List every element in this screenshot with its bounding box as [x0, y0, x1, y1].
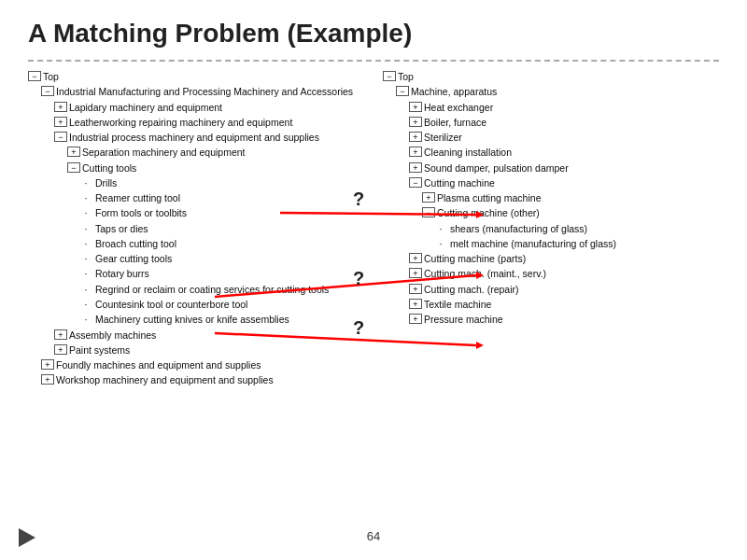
plus-icon: +	[41, 359, 54, 370]
list-item: + Lapidary machinery and equipment	[28, 100, 364, 115]
dash-icon: ·	[80, 190, 92, 205]
list-item: · Form tools or toolbits	[28, 205, 364, 220]
list-item: · Gear cutting tools	[28, 251, 364, 266]
dash-icon: ·	[80, 175, 92, 190]
list-item: + Pressure machine	[383, 312, 719, 327]
dash-icon: ·	[80, 297, 92, 312]
left-root: − Top	[28, 69, 364, 84]
list-item: + Paint systems	[28, 343, 364, 357]
list-item: + Sterilizer	[383, 130, 719, 145]
plus-icon: +	[54, 102, 67, 112]
minus-icon: −	[383, 71, 396, 81]
list-item: + Heat exchanger	[383, 100, 719, 115]
list-item: + Sound damper, pulsation damper	[383, 161, 719, 175]
list-item: · shears (manufacturing of glass)	[383, 221, 719, 236]
reamer-cutting-tool-item: · Reamer cutting tool	[28, 190, 364, 205]
dash-icon: ·	[80, 236, 92, 251]
plus-icon: +	[409, 102, 422, 112]
plus-icon: +	[54, 329, 67, 340]
list-item: − Cutting machine (other)	[383, 205, 719, 220]
list-item: · Drills	[28, 175, 364, 190]
dash-icon: ·	[80, 312, 92, 327]
list-item: · Regrind or reclaim or coating services…	[28, 282, 364, 297]
minus-icon: −	[41, 86, 54, 96]
list-item: · Taps or dies	[28, 221, 364, 236]
list-item: − Cutting machine	[383, 175, 719, 190]
list-item: · Rotary burrs	[28, 266, 364, 281]
list-item: + Cutting machine (parts)	[383, 251, 719, 266]
plus-icon: +	[67, 147, 80, 157]
list-item: + Plasma cutting machine	[383, 190, 719, 205]
dash-icon: ·	[435, 221, 446, 236]
plus-icon: +	[409, 162, 422, 173]
list-item: + Boiler, furnace	[383, 115, 719, 130]
right-root: − Top	[383, 69, 719, 84]
list-item: · melt machine (manufacturing of glass)	[383, 236, 719, 251]
play-button[interactable]	[19, 528, 35, 547]
cleaning-installation-item: + Cleaning installation	[383, 145, 719, 160]
textile-machine-item: + Textile machine	[383, 297, 719, 312]
plus-icon: +	[409, 268, 422, 278]
left-tree: − Top − Industrial Manufacturing and Pro…	[28, 69, 364, 388]
plus-icon: +	[409, 299, 422, 309]
minus-icon: −	[409, 177, 422, 188]
list-item: − Machine, apparatus	[383, 84, 719, 99]
dash-icon: ·	[80, 266, 92, 281]
plus-icon: +	[409, 147, 422, 157]
list-item: + Assembly machines	[28, 328, 364, 343]
plus-icon: +	[54, 117, 67, 127]
dash-icon: ·	[80, 282, 92, 297]
slide-title: A Matching Problem (Example)	[28, 19, 719, 49]
list-item: + Cutting mach. (repair)	[383, 282, 719, 297]
dash-icon: ·	[80, 221, 92, 236]
broach-cutting-tool-item: · Broach cutting tool	[28, 236, 364, 251]
list-item: · Machinery cutting knives or knife asse…	[28, 312, 364, 327]
plus-icon: +	[409, 117, 422, 127]
plus-icon: +	[41, 374, 54, 385]
divider	[28, 60, 719, 62]
list-item: − Cutting tools	[28, 161, 364, 175]
plus-icon: +	[409, 253, 422, 263]
minus-icon: −	[54, 132, 67, 142]
minus-icon: −	[67, 162, 80, 173]
list-item: − Industrial Manufacturing and Processin…	[28, 84, 364, 99]
list-item: · Countesink tool or counterbore tool	[28, 297, 364, 312]
right-tree: − Top − Machine, apparatus + Heat exchan…	[383, 69, 719, 388]
list-item: − Industrial process machinery and equip…	[28, 130, 364, 145]
plus-icon: +	[54, 344, 67, 355]
list-item: + Foundly machines and equipment and sup…	[28, 357, 364, 372]
plus-icon: +	[409, 284, 422, 294]
dash-icon: ·	[80, 251, 92, 266]
minus-icon: −	[396, 86, 409, 96]
minus-icon: −	[28, 71, 41, 81]
separation-machinery-item: + Separation machinery and equipment	[28, 145, 364, 160]
plus-icon: +	[409, 132, 422, 142]
page-number: 64	[367, 529, 380, 543]
dash-icon: ·	[80, 205, 92, 220]
list-item: + Cutting mach. (maint., serv.)	[383, 266, 719, 281]
list-item: + Workshop machinery and equipment and s…	[28, 372, 364, 387]
dash-icon: ·	[435, 236, 446, 251]
list-item: + Leatherworking repairing machinery and…	[28, 115, 364, 130]
plus-icon: +	[409, 314, 422, 324]
plus-icon: +	[422, 192, 435, 203]
minus-icon: −	[422, 207, 435, 217]
